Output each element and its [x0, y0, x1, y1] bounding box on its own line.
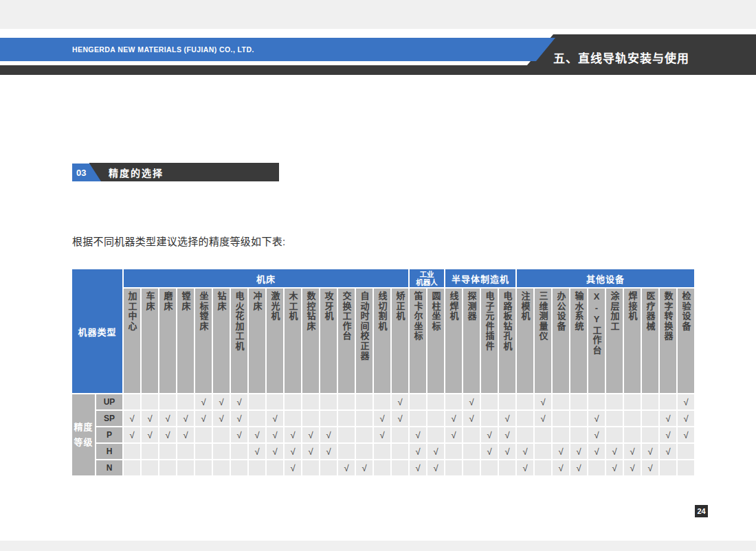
matrix-cell: √: [141, 410, 159, 427]
column-header-label: 办公设备: [555, 291, 568, 331]
column-header-label: 镗床: [179, 291, 192, 311]
column-header-label: 电子元件插件: [483, 291, 496, 351]
matrix-cell: [266, 460, 284, 476]
column-header-label: 木工机: [287, 291, 300, 322]
matrix-cell: √: [248, 443, 266, 460]
column-header-label: 矫正机: [394, 291, 407, 322]
matrix-cell: [605, 394, 623, 410]
matrix-cell: √: [391, 394, 409, 410]
matrix-cell: [177, 460, 194, 476]
matrix-cell: √: [534, 410, 552, 427]
precision-table: 机器类型机床工业机器人半导体制造机其他设备加工中心车床磨床镗床坐标镗床钻床电火花…: [71, 268, 696, 477]
matrix-cell: √: [373, 410, 391, 427]
matrix-cell: [623, 427, 641, 443]
matrix-cell: [159, 394, 177, 410]
matrix-cell: √: [212, 394, 230, 410]
matrix-cell: √: [463, 394, 480, 410]
matrix-cell: √: [302, 427, 320, 443]
matrix-cell: √: [659, 427, 677, 443]
matrix-cell: √: [409, 443, 427, 460]
column-header: 探测器: [463, 288, 480, 394]
matrix-cell: [194, 460, 212, 476]
group-header: 机床: [123, 269, 409, 288]
matrix-cell: √: [230, 410, 248, 427]
column-header-label: 输水系统: [572, 291, 586, 331]
matrix-cell: [659, 394, 677, 410]
matrix-cell: [194, 427, 212, 443]
matrix-cell: [212, 443, 230, 460]
matrix-cell: √: [498, 410, 516, 427]
matrix-cell: √: [266, 443, 284, 460]
header-banner: HENGERDA NEW MATERIALS (FUJIAN) CO., LTD…: [0, 38, 555, 61]
matrix-cell: [141, 460, 159, 476]
matrix-cell: √: [230, 394, 248, 410]
matrix-cell: [534, 443, 552, 460]
matrix-cell: √: [588, 427, 605, 443]
matrix-cell: √: [320, 443, 337, 460]
matrix-cell: [570, 410, 588, 427]
matrix-cell: √: [516, 460, 534, 476]
group-header: 其他设备: [516, 269, 695, 288]
column-header-label: 车床: [144, 291, 157, 311]
matrix-cell: √: [445, 427, 463, 443]
column-header: 矫正机: [391, 288, 409, 394]
matrix-cell: √: [248, 427, 266, 443]
matrix-cell: √: [159, 427, 177, 443]
column-header: 检验设备: [677, 288, 695, 394]
matrix-cell: √: [212, 410, 230, 427]
column-header-label: 激光机: [269, 291, 282, 322]
column-header: 笛卡尔坐标: [409, 288, 427, 394]
column-header-label: 加工中心: [126, 291, 139, 331]
column-header-label: 电火花加工机: [233, 291, 246, 351]
column-header-label: 交换工作台: [340, 291, 353, 341]
matrix-cell: [516, 427, 534, 443]
matrix-cell: [302, 410, 320, 427]
matrix-cell: √: [641, 460, 659, 476]
matrix-cell: [552, 427, 570, 443]
column-header-label: 笛卡尔坐标: [412, 291, 425, 341]
column-header: 注模机: [516, 288, 534, 394]
matrix-cell: [320, 410, 337, 427]
matrix-cell: √: [230, 427, 248, 443]
column-header: 坐标镗床: [194, 288, 212, 394]
matrix-cell: √: [480, 427, 498, 443]
matrix-cell: √: [534, 394, 552, 410]
matrix-cell: [409, 394, 427, 410]
matrix-cell: [337, 443, 355, 460]
matrix-cell: [623, 394, 641, 410]
column-header: 线切割机: [373, 288, 391, 394]
column-header: X-Y工作台: [588, 288, 605, 394]
matrix-cell: [677, 443, 695, 460]
matrix-cell: [498, 460, 516, 476]
matrix-cell: √: [409, 427, 427, 443]
matrix-cell: √: [552, 460, 570, 476]
matrix-cell: √: [498, 427, 516, 443]
matrix-cell: [123, 394, 141, 410]
document-page: HENGERDA NEW MATERIALS (FUJIAN) CO., LTD…: [0, 0, 756, 551]
matrix-cell: √: [480, 443, 498, 460]
matrix-cell: [659, 460, 677, 476]
matrix-cell: √: [123, 410, 141, 427]
matrix-cell: [463, 427, 480, 443]
matrix-cell: [605, 410, 623, 427]
matrix-cell: [320, 394, 337, 410]
matrix-cell: √: [605, 460, 623, 476]
matrix-cell: √: [641, 443, 659, 460]
column-header: 涂层加工: [605, 288, 623, 394]
column-header: 攻牙机: [320, 288, 337, 394]
column-header-label: 探测器: [465, 291, 478, 322]
matrix-cell: [141, 394, 159, 410]
matrix-cell: [159, 460, 177, 476]
column-header: 冲床: [248, 288, 266, 394]
column-header-label: 数控钻床: [304, 291, 318, 331]
matrix-cell: √: [159, 410, 177, 427]
section-number: 03: [76, 168, 86, 178]
matrix-cell: [445, 394, 463, 410]
matrix-cell: √: [552, 443, 570, 460]
matrix-cell: [355, 394, 373, 410]
column-header-label: X-Y工作台: [590, 291, 603, 355]
table-row: H√√√√√√√√√√√√√√√√√: [71, 443, 695, 460]
matrix-cell: [427, 394, 445, 410]
column-header-label: 线焊机: [447, 291, 460, 322]
matrix-cell: [552, 410, 570, 427]
